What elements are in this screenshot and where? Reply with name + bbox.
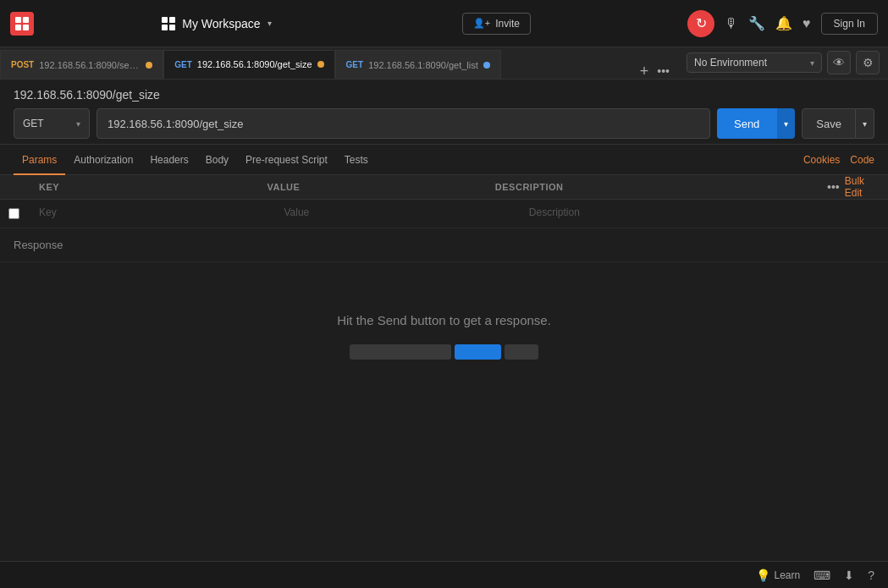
- footer-learn-label: Learn: [775, 569, 801, 581]
- table-more-button[interactable]: •••: [827, 180, 840, 194]
- url-input[interactable]: [97, 108, 710, 139]
- bell-icon[interactable]: 🔔: [775, 15, 792, 31]
- tab-unsaved-dot: [317, 61, 324, 68]
- add-tab-button[interactable]: +: [637, 63, 653, 79]
- request-row: GET ▾ Send ▾ Save ▾: [14, 108, 874, 139]
- svg-rect-3: [15, 25, 21, 30]
- send-dropdown-button[interactable]: ▾: [776, 108, 795, 139]
- footer-keyboard[interactable]: ⌨: [814, 569, 830, 582]
- response-illustration: [350, 344, 538, 360]
- tab-post-send-from[interactable]: POST 192.168.56.1:8090/send_from_...: [0, 50, 163, 79]
- save-button[interactable]: Save: [802, 108, 856, 139]
- value-input[interactable]: [275, 200, 520, 225]
- workspace-label: My Workspace: [182, 17, 260, 30]
- eye-icon: 👁: [833, 56, 845, 69]
- svg-rect-0: [10, 12, 34, 36]
- tabs-list: POST 192.168.56.1:8090/send_from_... GET…: [0, 50, 678, 79]
- method-chevron-icon: ▾: [76, 119, 80, 129]
- tab-unsaved-dot: [483, 62, 490, 69]
- tab-authorization[interactable]: Authorization: [65, 145, 141, 175]
- tab-method-label: POST: [11, 60, 34, 69]
- tab-actions: + •••: [637, 63, 678, 79]
- workspace-selector[interactable]: My Workspace ▾: [162, 17, 271, 30]
- value-cell: [275, 200, 520, 228]
- tab-method-label: GET: [174, 60, 192, 69]
- footer-help[interactable]: ?: [868, 569, 874, 582]
- code-link[interactable]: Code: [850, 154, 874, 166]
- illus-bar-1: [350, 344, 451, 360]
- sync-button[interactable]: ↻: [687, 10, 714, 37]
- bulk-edit-button[interactable]: Bulk Edit: [845, 175, 881, 199]
- method-select[interactable]: GET ▾: [14, 108, 90, 139]
- env-section: No Environment ▾ 👁 ⚙: [678, 47, 888, 79]
- tab-more-button[interactable]: •••: [655, 64, 671, 78]
- params-table-header: KEY VALUE DESCRIPTION ••• Bulk Edit: [0, 175, 888, 200]
- sign-in-button[interactable]: Sign In: [821, 13, 878, 35]
- footer-download[interactable]: ⬇: [844, 569, 854, 582]
- tab-get-get-size[interactable]: GET 192.168.56.1:8090/get_size: [163, 50, 334, 79]
- tabs-env-row: POST 192.168.56.1:8090/send_from_... GET…: [0, 47, 888, 80]
- illus-bar-2: [455, 344, 501, 360]
- tab-method-label: GET: [346, 60, 364, 69]
- request-title: 192.168.56.1:8090/get_size: [14, 88, 874, 102]
- env-settings-button[interactable]: ⚙: [856, 51, 880, 74]
- environment-label: No Environment: [694, 57, 767, 69]
- footer: 💡 Learn ⌨ ⬇ ?: [0, 561, 888, 588]
- sync-icon: ↻: [696, 15, 707, 31]
- workspace-grid-icon: [162, 17, 175, 30]
- wrench-icon[interactable]: 🔧: [748, 15, 765, 31]
- tab-params[interactable]: Params: [14, 145, 65, 175]
- params-tab-right: Cookies Code: [803, 154, 874, 166]
- tab-pre-request-script[interactable]: Pre-request Script: [237, 145, 336, 175]
- bulb-icon: 💡: [756, 569, 770, 582]
- tab-unsaved-dot: [146, 62, 152, 69]
- params-row: [0, 200, 888, 228]
- tab-tests[interactable]: Tests: [336, 145, 377, 175]
- env-chevron-icon: ▾: [810, 58, 814, 68]
- key-column-header: KEY: [30, 175, 258, 199]
- navbar: My Workspace ▾ 👤+ Invite ↻ 🎙 🔧 🔔 ♥ Sign …: [0, 0, 888, 47]
- row-checkbox-cell: [0, 200, 30, 228]
- response-area: Response Hit the Send button to get a re…: [0, 228, 888, 393]
- svg-rect-1: [15, 17, 21, 23]
- table-actions: ••• Bulk Edit: [820, 175, 888, 199]
- response-empty-state: Hit the Send button to get a response.: [0, 262, 888, 393]
- value-column-header: VALUE: [258, 175, 486, 199]
- checkbox-column-header: [0, 175, 30, 199]
- row-checkbox[interactable]: [8, 208, 19, 219]
- save-dropdown-button[interactable]: ▾: [856, 108, 874, 139]
- save-btn-group: Save ▾: [802, 108, 874, 139]
- tab-url-label: 192.168.56.1:8090/get_list: [368, 60, 478, 70]
- svg-rect-2: [23, 17, 29, 23]
- gear-icon: ⚙: [863, 56, 874, 69]
- params-tabs: Params Authorization Headers Body Pre-re…: [0, 145, 888, 175]
- send-btn-group: Send ▾: [717, 108, 795, 139]
- download-icon: ⬇: [844, 569, 854, 582]
- env-eye-button[interactable]: 👁: [827, 51, 851, 74]
- key-input[interactable]: [30, 200, 275, 225]
- description-input[interactable]: [521, 200, 888, 225]
- invite-icon: 👤+: [473, 18, 490, 29]
- cookies-link[interactable]: Cookies: [803, 154, 840, 166]
- description-column-header: DESCRIPTION: [487, 175, 820, 199]
- illus-bar-3: [505, 344, 538, 360]
- response-label: Response: [0, 228, 888, 262]
- send-button[interactable]: Send: [717, 108, 776, 139]
- tab-get-get-list[interactable]: GET 192.168.56.1:8090/get_list: [335, 50, 501, 79]
- environment-select[interactable]: No Environment ▾: [687, 52, 822, 73]
- tab-url-label: 192.168.56.1:8090/get_size: [197, 59, 312, 69]
- tab-body[interactable]: Body: [197, 145, 237, 175]
- heart-icon[interactable]: ♥: [803, 16, 811, 31]
- microphone-icon[interactable]: 🎙: [725, 16, 738, 31]
- response-empty-text: Hit the Send button to get a response.: [337, 313, 551, 327]
- keyboard-icon: ⌨: [814, 569, 830, 582]
- invite-button[interactable]: 👤+ Invite: [462, 13, 531, 35]
- workspace-chevron-icon: ▾: [268, 19, 272, 28]
- footer-learn[interactable]: 💡 Learn: [756, 569, 801, 582]
- help-icon: ?: [868, 569, 874, 582]
- description-cell: [521, 200, 888, 228]
- key-cell: [30, 200, 275, 228]
- navbar-right: ↻ 🎙 🔧 🔔 ♥ Sign In: [687, 10, 878, 37]
- request-area: 192.168.56.1:8090/get_size GET ▾ Send ▾ …: [0, 80, 888, 145]
- tab-headers[interactable]: Headers: [141, 145, 196, 175]
